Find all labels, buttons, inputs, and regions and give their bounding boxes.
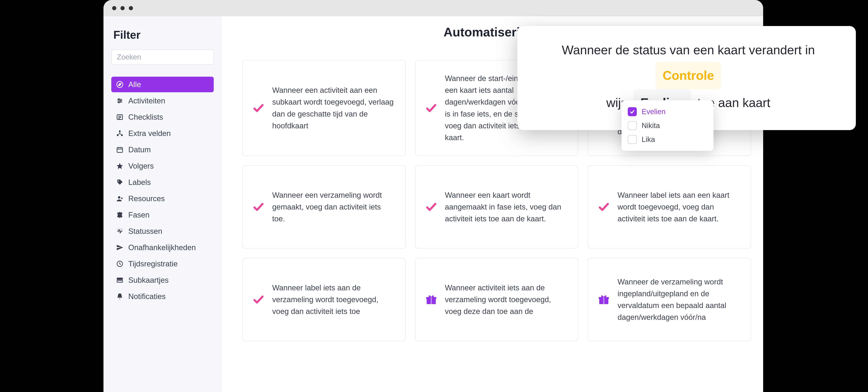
- filter-item-label: Resources: [128, 194, 165, 203]
- filter-item-label: Extra velden: [128, 129, 171, 138]
- check-icon: [252, 201, 265, 213]
- filter-list: AlleActiviteitenChecklistsExtra veldenDa…: [111, 77, 214, 304]
- filter-item-label: Activiteiten: [128, 96, 165, 105]
- sliders-icon: [116, 97, 123, 104]
- filter-item-label: Notificaties: [128, 292, 166, 301]
- automation-card[interactable]: Wanneer label iets aan de verzameling wo…: [242, 258, 406, 341]
- titlebar: [103, 0, 763, 16]
- status-chip[interactable]: Controle: [656, 62, 721, 89]
- filter-item-label: Onafhankelijkheden: [128, 243, 196, 252]
- filter-item-label: Alle: [128, 80, 141, 89]
- svg-point-12: [119, 130, 121, 132]
- check-icon: [425, 102, 437, 114]
- dropdown-option[interactable]: Evelien: [627, 105, 708, 119]
- filter-item-extra-velden[interactable]: Extra velden: [111, 126, 214, 141]
- dropdown-option-label: Evelien: [642, 107, 665, 116]
- check-icon: [252, 102, 265, 114]
- automation-card-text: Wanneer activiteit iets aan de verzameli…: [445, 282, 568, 318]
- filter-item-label: Statussen: [128, 227, 162, 235]
- user-plus-icon: [116, 195, 123, 202]
- checkbox-icon: [628, 135, 637, 144]
- svg-rect-26: [117, 281, 123, 282]
- automation-card-text: Wanneer een kaart wordt aangemaakt in fa…: [445, 189, 568, 225]
- send-icon: [116, 244, 123, 251]
- svg-point-21: [118, 196, 121, 199]
- filter-item-onafhankelijkheden[interactable]: Onafhankelijkheden: [111, 240, 214, 255]
- checkbox-icon: [628, 107, 637, 116]
- filter-sidebar: Filter AlleActiviteitenChecklistsExtra v…: [103, 16, 221, 392]
- automation-card-text: Wanneer label iets aan een kaart wordt t…: [618, 189, 741, 225]
- stack-icon: [116, 276, 123, 284]
- window-dot: [121, 6, 125, 10]
- filter-item-labels[interactable]: Labels: [111, 174, 214, 190]
- search-input[interactable]: [111, 50, 214, 65]
- automation-card[interactable]: Wanneer label iets aan een kaart wordt t…: [588, 165, 751, 249]
- svg-rect-15: [117, 148, 123, 153]
- dropdown-option-label: Nikita: [642, 122, 660, 130]
- dropdown-option-label: Lika: [642, 135, 655, 143]
- dropdown-option[interactable]: Nikita: [627, 119, 708, 132]
- automation-card[interactable]: Wanneer een kaart wordt aangemaakt in fa…: [415, 165, 579, 249]
- automation-card-text: Wanneer een activiteit aan een subkaart …: [272, 84, 396, 132]
- tag-icon: [116, 178, 123, 186]
- filter-item-label: Volgers: [128, 162, 154, 170]
- filter-item-label: Tijdsregistratie: [128, 260, 178, 268]
- filter-item-label: Labels: [128, 178, 151, 187]
- filter-item-label: Checklists: [128, 113, 163, 122]
- automation-card[interactable]: Wanneer activiteit iets aan de verzameli…: [415, 258, 579, 341]
- filter-item-label: Datum: [128, 145, 151, 154]
- check-icon: [252, 293, 265, 306]
- filter-item-subkaartjes[interactable]: Subkaartjes: [111, 272, 214, 288]
- gift-icon: [598, 293, 610, 306]
- filter-item-alle[interactable]: Alle: [111, 77, 214, 92]
- filter-item-label: Subkaartjes: [128, 276, 168, 285]
- compass-icon: [116, 81, 123, 88]
- assignee-dropdown[interactable]: EvelienNikitaLika: [621, 100, 713, 151]
- filter-item-checklists[interactable]: Checklists: [111, 109, 214, 125]
- svg-marker-1: [119, 83, 121, 86]
- automation-card[interactable]: Wanneer een verzameling wordt gemaakt, v…: [242, 165, 406, 249]
- filter-item-datum[interactable]: Datum: [111, 142, 214, 158]
- bell-icon: [116, 293, 123, 300]
- filter-item-activiteiten[interactable]: Activiteiten: [111, 93, 214, 108]
- list-icon: [116, 113, 123, 121]
- svg-point-6: [120, 100, 121, 101]
- check-icon: [598, 201, 610, 213]
- svg-rect-32: [603, 297, 604, 304]
- checkbox-icon: [628, 121, 637, 130]
- calendar-icon: [116, 146, 123, 153]
- automation-card[interactable]: Wanneer een activiteit aan een subkaart …: [242, 60, 406, 156]
- svg-point-7: [118, 102, 119, 103]
- svg-rect-25: [117, 278, 123, 280]
- star-icon: [116, 162, 123, 170]
- filter-item-statussen[interactable]: Statussen: [111, 223, 214, 239]
- dropdown-option[interactable]: Lika: [627, 132, 708, 146]
- svg-marker-19: [117, 163, 123, 169]
- svg-point-20: [118, 181, 119, 182]
- heartbeat-icon: [116, 228, 123, 235]
- filter-item-notificaties[interactable]: Notificaties: [111, 289, 214, 304]
- clock-icon: [116, 260, 123, 267]
- rule-prefix: Wanneer de status van een kaart verander…: [562, 43, 815, 57]
- automation-card-text: Wanneer de verzameling wordt ingepland/u…: [618, 276, 741, 323]
- filter-item-tijdsregistratie[interactable]: Tijdsregistratie: [111, 256, 214, 272]
- nodes-icon: [116, 130, 123, 137]
- window-dot: [112, 6, 116, 10]
- filter-item-fasen[interactable]: Fasen: [111, 207, 214, 223]
- puzzle-icon: [116, 211, 123, 219]
- svg-point-5: [118, 99, 119, 100]
- automation-card-text: Wanneer een verzameling wordt gemaakt, v…: [272, 189, 396, 225]
- automation-card[interactable]: Wanneer de verzameling wordt ingepland/u…: [588, 258, 751, 341]
- automation-card-text: Wanneer label iets aan de verzameling wo…: [272, 282, 396, 318]
- gift-icon: [425, 293, 437, 306]
- svg-rect-29: [431, 297, 432, 304]
- filter-item-resources[interactable]: Resources: [111, 191, 214, 206]
- filter-item-volgers[interactable]: Volgers: [111, 158, 214, 174]
- filter-heading: Filter: [113, 28, 214, 41]
- check-icon: [425, 201, 437, 213]
- filter-item-label: Fasen: [128, 210, 150, 219]
- window-dot: [129, 6, 133, 10]
